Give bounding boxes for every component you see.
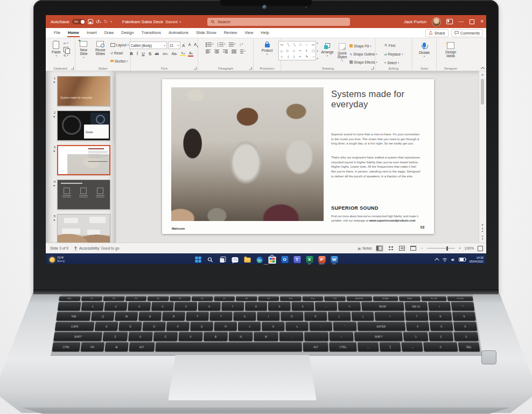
change-case-button[interactable]: Aa▾ bbox=[171, 52, 178, 56]
fingerprint-reader[interactable] bbox=[481, 350, 496, 364]
key-alt[interactable]: ALT bbox=[129, 342, 155, 351]
clock[interactable]: 14:30 05/04/2022 bbox=[469, 256, 484, 263]
shape-glyph[interactable]: □ bbox=[299, 43, 302, 46]
tab-view[interactable]: View bbox=[241, 29, 257, 37]
key-del[interactable]: DEL bbox=[458, 342, 480, 351]
paragraph-dialog-launcher[interactable] bbox=[249, 67, 252, 70]
zoom-in-button[interactable]: + bbox=[459, 246, 461, 250]
shape-glyph[interactable]: ▢ bbox=[312, 49, 315, 52]
key-f6[interactable]: F6 bbox=[192, 296, 213, 301]
tab-home[interactable]: Home bbox=[64, 29, 83, 37]
shape-outline-button[interactable]: ✎Shape Outline▾ bbox=[349, 51, 377, 57]
tray-overflow-icon[interactable] bbox=[435, 258, 439, 262]
taskbar-search-icon[interactable] bbox=[207, 255, 214, 264]
taskbar-start-icon[interactable] bbox=[194, 255, 202, 264]
key-bksp[interactable]: BKSP bbox=[361, 302, 404, 310]
justify-button[interactable] bbox=[232, 50, 236, 53]
key-h[interactable]: H bbox=[214, 322, 237, 331]
next-slide-icon[interactable]: ▼▼ bbox=[480, 236, 485, 241]
normal-view-button[interactable] bbox=[376, 245, 383, 252]
shape-glyph[interactable]: ◇ bbox=[292, 49, 295, 52]
key-f8[interactable]: F8 bbox=[236, 296, 257, 301]
shape-glyph[interactable]: ▷ bbox=[286, 49, 289, 52]
notes-button[interactable]: ▤Notes bbox=[358, 246, 372, 250]
key-s[interactable]: S bbox=[118, 322, 142, 331]
key-f5[interactable]: F5 bbox=[170, 296, 191, 301]
vertical-scrollbar[interactable]: ▲ ▼ ▲▲ ▼▼ bbox=[479, 71, 486, 243]
accessibility-checker[interactable]: Accessibility: Good to go bbox=[74, 246, 119, 251]
slide-subheading[interactable]: SUPERIOR SOUND bbox=[331, 205, 379, 211]
character-spacing-button[interactable]: AV▾ bbox=[162, 52, 169, 56]
key-*[interactable]: * bbox=[451, 302, 475, 310]
wifi-icon[interactable] bbox=[442, 258, 447, 262]
autosave-toggle[interactable]: On bbox=[72, 19, 85, 24]
key-0[interactable]: 0 bbox=[423, 342, 458, 351]
key-enter[interactable]: ENTER bbox=[357, 322, 405, 331]
volume-icon[interactable] bbox=[451, 258, 456, 262]
key-f3[interactable]: F3 bbox=[125, 296, 147, 301]
key-win[interactable]: ⊞ bbox=[104, 342, 128, 351]
slide-paragraph[interactable]: Superior sound is more than a nice-to-ha… bbox=[331, 132, 422, 146]
align-right-button[interactable] bbox=[223, 50, 228, 53]
key-f1[interactable]: F1 bbox=[81, 296, 102, 301]
key-delete[interactable]: DELETE bbox=[346, 296, 372, 301]
underline-button[interactable]: U bbox=[141, 52, 145, 56]
key-n[interactable]: N bbox=[229, 332, 253, 341]
key-alt[interactable]: ALT bbox=[303, 342, 328, 351]
dictate-button[interactable]: Dictate▾ bbox=[418, 40, 431, 59]
key-7[interactable]: 7 bbox=[221, 302, 244, 310]
slide-sorter-view-button[interactable] bbox=[387, 245, 395, 252]
text-shadow-button[interactable]: S bbox=[148, 52, 152, 56]
zoom-slider-thumb[interactable] bbox=[446, 246, 448, 251]
avatar[interactable] bbox=[432, 18, 440, 26]
fit-slide-to-window-icon[interactable] bbox=[478, 246, 483, 251]
shape-glyph[interactable]: ╲ bbox=[288, 43, 290, 46]
key-o[interactable]: O bbox=[281, 312, 303, 321]
font-name-select[interactable]: Calibri (Body)▾ bbox=[129, 42, 167, 49]
save-icon[interactable] bbox=[88, 19, 93, 24]
slide-4-thumbnail[interactable] bbox=[57, 180, 110, 210]
key-end[interactable]: END bbox=[399, 296, 421, 301]
key-;[interactable]: ; bbox=[310, 322, 333, 331]
slide-fine-print[interactable]: Find out more about how we've miniaturiz… bbox=[331, 215, 422, 223]
key-ctrl[interactable]: CTRL bbox=[52, 342, 81, 351]
thumbnail-item[interactable]: 1★ System made for everyday bbox=[49, 76, 116, 106]
zoom-slider[interactable] bbox=[427, 248, 455, 249]
shapes-gallery[interactable]: ▭╲╲□○▭ △▷◇⇨⇩▢ ☆{}≈✎~ bbox=[278, 41, 316, 60]
taskbar-file-explorer-icon[interactable] bbox=[244, 255, 251, 264]
key-backslash[interactable]: \ bbox=[375, 312, 405, 321]
key-z[interactable]: Z bbox=[103, 332, 128, 341]
shapes-scroll-down-icon[interactable]: ▼ bbox=[316, 50, 318, 52]
shape-glyph[interactable]: ╲ bbox=[293, 43, 296, 46]
shape-glyph[interactable]: } bbox=[293, 55, 295, 58]
key-r[interactable]: R bbox=[162, 312, 185, 321]
slide-1-thumbnail[interactable]: System made for everyday bbox=[57, 76, 110, 106]
key-/[interactable]: / bbox=[428, 302, 451, 310]
key-l[interactable]: L bbox=[286, 322, 309, 331]
shrink-font-button[interactable]: Aˇ bbox=[187, 43, 192, 47]
key-y[interactable]: Y bbox=[209, 312, 232, 321]
slide-paragraph[interactable]: That's why our engineers have crafted a … bbox=[331, 155, 422, 178]
shape-fill-button[interactable]: Shape Fill▾ bbox=[349, 43, 377, 49]
share-button[interactable]: Share bbox=[425, 29, 449, 37]
shape-glyph[interactable]: ~ bbox=[313, 55, 315, 58]
key-p[interactable]: P bbox=[304, 312, 327, 321]
tab-slide-show[interactable]: Slide Show bbox=[192, 29, 220, 37]
key-2[interactable]: 2 bbox=[428, 332, 453, 341]
customize-toolbar-icon[interactable]: ▿ bbox=[110, 20, 112, 23]
key-f12[interactable]: F12 bbox=[324, 296, 346, 301]
key-`[interactable]: ` bbox=[58, 302, 81, 310]
collapse-ribbon-icon[interactable] bbox=[481, 67, 484, 69]
drawing-dialog-launcher[interactable] bbox=[371, 67, 374, 70]
tab-help[interactable]: Help bbox=[257, 29, 272, 37]
key-4[interactable]: 4 bbox=[151, 302, 174, 310]
select-button[interactable]: ⌖Select▾ bbox=[384, 59, 403, 66]
key-v[interactable]: V bbox=[178, 332, 203, 341]
key-g[interactable]: G bbox=[190, 322, 213, 331]
shape-glyph[interactable]: ⇩ bbox=[305, 49, 308, 52]
key-k[interactable]: K bbox=[262, 322, 284, 331]
align-center-button[interactable] bbox=[214, 50, 219, 53]
key-x[interactable]: X bbox=[128, 332, 153, 341]
key-.[interactable]: . bbox=[304, 332, 328, 341]
key-↕[interactable]: ▴▾ bbox=[380, 342, 401, 351]
